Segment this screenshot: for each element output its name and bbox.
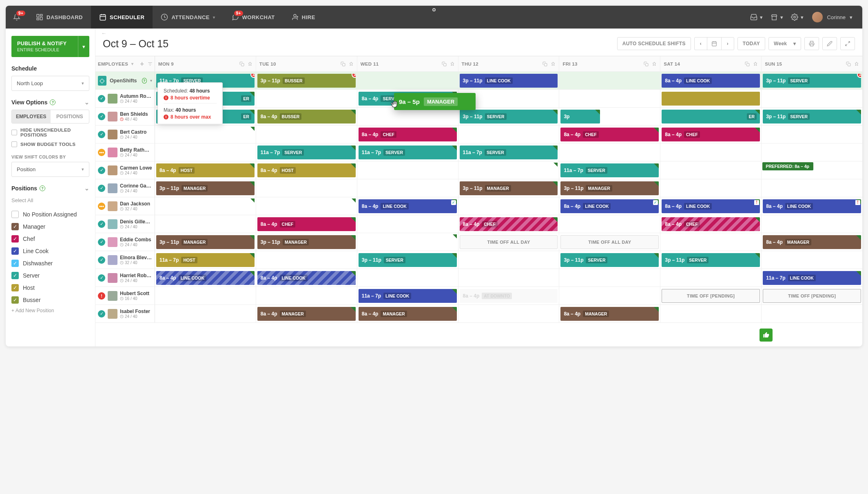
- day-cell[interactable]: 11a – 7pSERVER: [458, 143, 560, 161]
- schedule-select[interactable]: North Loop ▾: [11, 76, 89, 91]
- day-cell[interactable]: [357, 161, 458, 179]
- position-row[interactable]: ✓Server: [11, 269, 89, 282]
- dragging-shift[interactable]: 9a – 5p MANAGER: [394, 93, 476, 110]
- day-cell[interactable]: 8a – 4pMANAGER: [256, 305, 357, 322]
- shift-block[interactable]: 11a – 7pSERVER: [359, 146, 457, 159]
- pin-day-icon[interactable]: [349, 62, 354, 66]
- shift-block[interactable]: 8a – 4pMANAGER: [359, 307, 457, 321]
- day-cell[interactable]: 3p – 11pSERVER: [660, 251, 762, 269]
- employee-cell[interactable]: ✓Denis Gillespie24 / 40: [95, 215, 155, 233]
- employee-cell[interactable]: ✓Corinne Garris…24 / 40: [95, 179, 155, 197]
- caret-icon[interactable]: ▾: [150, 78, 152, 83]
- view-options-heading[interactable]: View Options ? ⌄: [11, 99, 89, 106]
- day-cell[interactable]: 3p – 11pSERVER: [762, 108, 862, 125]
- nav-inbox[interactable]: ▾: [746, 6, 766, 29]
- shift-block[interactable]: 8a – 4pLINE COOK: [156, 271, 255, 285]
- day-cell[interactable]: 3p – 11pMANAGER: [155, 233, 256, 251]
- shift-block[interactable]: 8a – 4pMANAGER: [257, 307, 356, 321]
- shift-block[interactable]: 3p – 11pSERVER: [460, 110, 558, 124]
- day-cell[interactable]: 11a – 7pHOST: [155, 251, 256, 269]
- shift-block[interactable]: 8a – 4pBUSSER: [257, 110, 356, 124]
- day-cell[interactable]: [559, 269, 660, 287]
- day-cell[interactable]: 8a – 4pBUSSER: [256, 108, 357, 125]
- day-cell[interactable]: 8a – 4pLINE COOK: [155, 269, 256, 287]
- shift-block[interactable]: 8a – 4pLINE COOK✓: [560, 199, 659, 213]
- auto-schedule-button[interactable]: AUTO SCHEDULE SHIFTS: [617, 37, 691, 50]
- pin-day-icon[interactable]: [450, 62, 455, 66]
- copy-day-icon[interactable]: [542, 62, 547, 66]
- day-cell[interactable]: [660, 179, 762, 197]
- timeoff-block[interactable]: TIME OFF [PENDING]: [662, 289, 760, 303]
- day-cell[interactable]: TIME OFF [PENDING]: [660, 287, 762, 304]
- copy-day-icon[interactable]: [442, 62, 447, 66]
- next-week-button[interactable]: ›: [721, 37, 734, 50]
- fullscreen-button[interactable]: [840, 37, 855, 50]
- position-row[interactable]: ✓Chef: [11, 233, 89, 245]
- day-cell[interactable]: TIME OFF ALL DAY: [559, 233, 660, 251]
- day-cell[interactable]: 11a – 7pLINE COOK: [762, 269, 862, 287]
- day-cell[interactable]: 8a – 4pCHEF: [660, 215, 762, 233]
- shift-block[interactable]: ER: [662, 110, 760, 124]
- shift-block[interactable]: 8a – 4pMANAGER: [763, 235, 861, 249]
- day-cell[interactable]: 3p – 11pSERVER: [357, 251, 458, 269]
- shift-block[interactable]: 8a – 4pCHEF: [460, 217, 558, 231]
- shift-block[interactable]: 11a – 7pSERVER: [257, 146, 356, 159]
- nav-dashboard[interactable]: DASHBOARD: [28, 6, 91, 29]
- day-cell[interactable]: [155, 126, 256, 143]
- nav-workchat[interactable]: WORKCHAT9+: [224, 6, 283, 29]
- day-cell[interactable]: [762, 143, 862, 161]
- day-cell[interactable]: 11a – 7pSERVER: [256, 143, 357, 161]
- day-cell[interactable]: [256, 90, 357, 107]
- day-cell[interactable]: 3p – 11pMANAGER: [256, 233, 357, 251]
- day-cell[interactable]: [660, 233, 762, 251]
- day-cell[interactable]: 8a – 4pLINE COOK: [256, 269, 357, 287]
- day-cell[interactable]: [155, 287, 256, 304]
- help-icon[interactable]: ?: [50, 99, 55, 105]
- day-cell[interactable]: [256, 197, 357, 215]
- day-cell[interactable]: 8a – 4pCHEF: [660, 126, 762, 143]
- back-icon[interactable]: ←: [101, 30, 106, 36]
- day-cell[interactable]: [458, 161, 560, 179]
- day-cell[interactable]: [762, 90, 862, 107]
- employee-cell[interactable]: ✓Ben Shields48 / 40: [95, 108, 155, 125]
- openshift-block[interactable]: 3p – 11pSERVER2: [763, 74, 861, 88]
- day-cell[interactable]: 8a – 4pLINE COOK✓: [559, 197, 660, 215]
- day-cell[interactable]: [458, 251, 560, 269]
- day-cell[interactable]: [762, 126, 862, 143]
- day-cell[interactable]: 3p – 11pMANAGER: [155, 179, 256, 197]
- day-cell[interactable]: PREFERRED: 8a – 4p: [762, 161, 862, 179]
- openshift-block[interactable]: 3p – 11pBUSSER3: [257, 74, 356, 88]
- position-row[interactable]: ✓Dishwasher: [11, 257, 89, 269]
- employee-cell[interactable]: ✓Bert Castro24 / 40: [95, 126, 155, 143]
- prev-week-button[interactable]: ‹: [694, 37, 707, 50]
- copy-day-icon[interactable]: [745, 62, 750, 66]
- show-budget-checkbox[interactable]: SHOW BUDGET TOOLS: [11, 141, 89, 147]
- position-row[interactable]: ✓Host: [11, 282, 89, 294]
- shift-block[interactable]: 3p – 11pMANAGER: [460, 181, 558, 195]
- day-cell[interactable]: 3p: [559, 108, 660, 125]
- position-row[interactable]: ✓Manager: [11, 221, 89, 233]
- copy-day-icon[interactable]: [239, 62, 244, 66]
- shift-block[interactable]: 11a – 7pSERVER: [560, 163, 659, 177]
- shift-block[interactable]: 11a – 7pLINE COOK: [763, 271, 861, 285]
- collapse-icon[interactable]: ⌄: [84, 99, 89, 106]
- day-cell[interactable]: [357, 269, 458, 287]
- day-cell[interactable]: 8a – 4pCHEF: [357, 126, 458, 143]
- shift-block[interactable]: 11a – 7pHOST: [156, 253, 255, 267]
- day-cell[interactable]: [357, 72, 458, 89]
- day-cell[interactable]: 8a – 4pHOST: [256, 161, 357, 179]
- nav-user-menu[interactable]: Corinne ▾: [807, 6, 862, 29]
- shift-block[interactable]: 8a – 4pLINE COOK!: [763, 199, 861, 213]
- employee-cell[interactable]: ✓Carmen Lowe24 / 40: [95, 161, 155, 179]
- day-cell[interactable]: [660, 143, 762, 161]
- day-cell[interactable]: 8a – 4pCHEF: [256, 215, 357, 233]
- day-cell[interactable]: 3p – 11pMANAGER: [559, 179, 660, 197]
- position-row[interactable]: ✓Line Cook: [11, 245, 89, 257]
- day-cell[interactable]: [660, 161, 762, 179]
- openshift-block[interactable]: 8a – 4pLINE COOK: [662, 74, 760, 88]
- day-cell[interactable]: [559, 287, 660, 304]
- print-button[interactable]: [804, 37, 819, 50]
- shift-block[interactable]: 3p: [560, 110, 600, 124]
- add-employee-icon[interactable]: +: [140, 60, 144, 68]
- seg-employees[interactable]: EMPLOYEES: [12, 110, 51, 123]
